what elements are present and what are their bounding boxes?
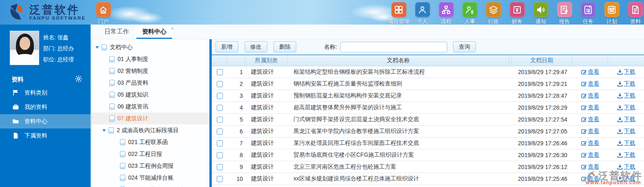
view-link[interactable]: 查看 bbox=[581, 140, 600, 147]
row-category: 建筑设计 bbox=[245, 128, 288, 135]
add-button[interactable]: 新增 bbox=[215, 41, 238, 52]
table-row[interactable]: 4 建筑设计 超高层建筑整体爬升外脚手架的设计与施工 2019/8/29 17:… bbox=[212, 102, 644, 114]
tab-document-center[interactable]: 资料中心 × bbox=[135, 25, 173, 39]
download-link[interactable]: 下载 bbox=[617, 151, 635, 159]
query-button[interactable]: 查询 bbox=[453, 41, 476, 52]
table-row[interactable]: 9 建筑设计 北京三里河南区危改工程分包砼施工方案 2019/8/29 17:2… bbox=[212, 161, 644, 173]
edit-button[interactable]: 修改 bbox=[244, 41, 267, 52]
tree-item-021[interactable]: 021 工程联系函 bbox=[91, 136, 209, 148]
row-checkbox[interactable] bbox=[217, 105, 223, 111]
view-link[interactable]: 查看 bbox=[581, 80, 600, 88]
download-link[interactable]: 下载 bbox=[617, 140, 635, 147]
download-link[interactable]: 下载 bbox=[617, 175, 635, 182]
download-link[interactable]: 下载 bbox=[617, 92, 635, 99]
name-filter-input[interactable] bbox=[340, 42, 447, 52]
delete-button[interactable]: 删除 bbox=[273, 41, 296, 52]
download-link[interactable]: 下载 bbox=[617, 68, 635, 76]
nav-project-management[interactable]: 项目管理 bbox=[387, 2, 411, 25]
view-link[interactable]: 查看 bbox=[581, 163, 600, 171]
tree-item-02[interactable]: 02 营销制度 bbox=[91, 65, 209, 77]
row-document-name: 贸易市场底商住宅楼小区CFG施工组织设计方案 bbox=[288, 151, 509, 159]
expand-arrow-icon[interactable] bbox=[102, 129, 106, 132]
row-category: 建筑设计 bbox=[245, 163, 288, 171]
expand-arrow-icon[interactable] bbox=[95, 46, 99, 49]
table-row[interactable]: 2 建筑设计 钢结构安装工程施工质量旁站监理检查细则 2019/8/29 17:… bbox=[212, 78, 644, 90]
table-row[interactable]: 7 建筑设计 某污水处理及回用工程综合车间屋面工程技术交底 2019/8/29 … bbox=[212, 137, 644, 149]
view-link[interactable]: 查看 bbox=[581, 104, 600, 111]
close-icon[interactable]: × bbox=[171, 26, 174, 31]
row-checkbox[interactable] bbox=[217, 81, 223, 87]
user-name-value: 张鑫 bbox=[58, 34, 69, 41]
download-link[interactable]: 下载 bbox=[617, 80, 635, 88]
tree-item-05[interactable]: 05 建筑知识 bbox=[91, 89, 209, 101]
view-link[interactable]: 查看 bbox=[581, 68, 600, 76]
row-checkbox[interactable] bbox=[217, 93, 223, 99]
download-link[interactable]: 下载 bbox=[617, 116, 635, 123]
user-title-value: 总经理 bbox=[58, 56, 74, 63]
row-checkbox[interactable] bbox=[217, 176, 223, 182]
row-checkbox[interactable] bbox=[217, 152, 223, 158]
tree-item-03[interactable]: 03 产品资料 bbox=[91, 77, 209, 89]
tree-item-label: 01 人事制度 bbox=[118, 56, 148, 63]
row-category: 建筑设计 bbox=[245, 68, 288, 76]
nav-portal[interactable]: 门户 bbox=[91, 2, 115, 25]
view-link[interactable]: 查看 bbox=[581, 151, 600, 159]
tree-item-023[interactable]: 023 工程例会周报 bbox=[91, 160, 209, 172]
download-link[interactable]: 下载 bbox=[617, 163, 635, 171]
nav-notifications[interactable]: 通知 bbox=[529, 2, 553, 25]
row-number: 3 bbox=[227, 92, 245, 99]
download-link[interactable]: 下载 bbox=[617, 128, 635, 135]
sidebar-item-categories[interactable]: 资料类别 bbox=[0, 86, 91, 100]
nav-workflow[interactable]: 流程 bbox=[434, 2, 458, 25]
download-icon bbox=[617, 69, 623, 75]
tree-item-project-2[interactable]: 2 成渝高铁内江标段项目 bbox=[91, 124, 209, 136]
download-link[interactable]: 下载 bbox=[617, 104, 635, 111]
table-row[interactable]: 1 建筑设计 框架结构定型组合钢模板的安装与拆除工艺标准流程 2019/8/29… bbox=[212, 66, 644, 78]
tree-item-06[interactable]: 06 建筑资讯 bbox=[91, 101, 209, 113]
gear-icon[interactable] bbox=[75, 75, 82, 84]
view-link[interactable]: 查看 bbox=[581, 92, 600, 99]
row-checkbox[interactable] bbox=[217, 117, 223, 123]
download-icon bbox=[617, 81, 623, 87]
edit-view-icon bbox=[581, 128, 587, 134]
table-row[interactable]: 8 建筑设计 贸易市场底商住宅楼小区CFG施工组织设计方案 2019/8/29 … bbox=[212, 149, 644, 161]
row-checkbox[interactable] bbox=[217, 140, 223, 146]
nav-plans[interactable]: 计划 bbox=[600, 2, 624, 25]
row-checkbox[interactable] bbox=[217, 128, 223, 135]
tree-item-doc-center[interactable]: 文档中心 bbox=[91, 41, 209, 53]
sidebar-item-my-documents[interactable]: 我的资料 bbox=[0, 100, 91, 114]
download-link-label: 下载 bbox=[624, 80, 635, 88]
table-row[interactable]: 3 建筑设计 预制钢筋混凝土框架结构构件安装交底记录 2019/8/29 17:… bbox=[212, 90, 644, 102]
document-icon bbox=[120, 163, 125, 169]
view-link[interactable]: 查看 bbox=[581, 116, 600, 123]
nav-reports[interactable]: 报告 bbox=[553, 2, 576, 25]
table-row[interactable]: 10 建筑设计 xx区城乡规划建设局综合楼工程总体施工组织设计 2019/8/2… bbox=[212, 173, 644, 185]
tree-item-025[interactable]: 025 分工单位工作移交 bbox=[91, 184, 209, 187]
view-link[interactable]: 查看 bbox=[581, 128, 600, 135]
nav-personal[interactable]: 个人 bbox=[411, 2, 434, 25]
sidebar-item-subordinate-documents[interactable]: 下属资料 bbox=[0, 128, 91, 143]
nav-finance[interactable]: 财务 bbox=[505, 2, 529, 25]
view-link-label: 查看 bbox=[588, 175, 600, 182]
row-document-date: 2019/8/29 17:25:46 bbox=[512, 176, 572, 182]
user-dept-row: 部门: 总经办 bbox=[43, 43, 74, 54]
document-icon bbox=[109, 92, 115, 98]
row-checkbox[interactable] bbox=[217, 69, 223, 75]
view-link[interactable]: 查看 bbox=[581, 175, 600, 182]
row-checkbox[interactable] bbox=[217, 164, 223, 170]
nav-administration[interactable]: 行政 bbox=[482, 2, 505, 25]
table-row[interactable]: 6 建筑设计 黑龙江省某中学院内综合教学楼施工组织设计方案 2019/8/29 … bbox=[212, 126, 644, 137]
row-document-name: 钢结构安装工程施工质量旁站监理检查细则 bbox=[288, 80, 509, 88]
nav-documents[interactable]: 资料 bbox=[624, 2, 644, 25]
edit-view-icon bbox=[581, 176, 587, 182]
tree-item-01[interactable]: 01 人事制度 bbox=[91, 53, 209, 65]
nav-tasks[interactable]: 任务 bbox=[576, 2, 600, 25]
table-row[interactable]: 5 建筑设计 门式钢管脚手架搭设完后混凝土浇捣安全技术交底 2019/8/29 … bbox=[212, 114, 644, 126]
tree-item-label: 03 产品资料 bbox=[118, 79, 148, 87]
tab-daily-work[interactable]: 日常工作 bbox=[98, 25, 135, 39]
nav-hr[interactable]: 人事 bbox=[458, 2, 482, 25]
tree-item-022[interactable]: 022 工程日报 bbox=[91, 148, 209, 160]
tree-item-07-selected[interactable]: 07 建筑设计 bbox=[91, 113, 209, 124]
tree-item-024[interactable]: 024 节能减排台账 bbox=[91, 172, 209, 184]
sidebar-item-document-center[interactable]: 资料中心 bbox=[0, 114, 91, 128]
